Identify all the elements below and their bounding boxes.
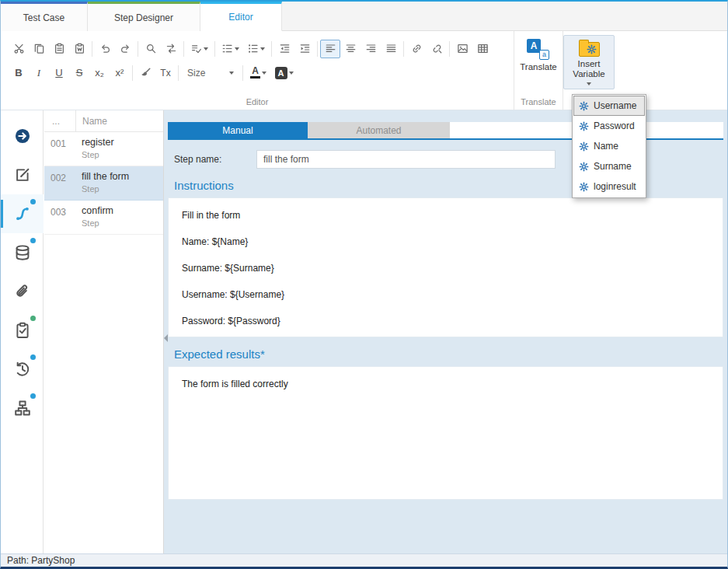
dropdown-caret-icon	[235, 47, 239, 51]
decrease-indent-button[interactable]	[274, 40, 294, 58]
instructions-line: Fill in the form	[182, 210, 709, 221]
link-button[interactable]	[406, 40, 427, 58]
history-icon	[14, 361, 31, 378]
expected-results-line: The form is filled correctly	[182, 379, 709, 389]
translate-group: A a Translate Translate	[514, 31, 563, 110]
toolbar-separator	[92, 41, 92, 57]
nav-sidebar	[1, 110, 44, 553]
unlink-button[interactable]	[427, 40, 447, 58]
italic-button[interactable]: I	[29, 64, 49, 82]
tab-editor[interactable]: Editor	[200, 2, 282, 31]
font-size-label: Size	[187, 68, 205, 79]
dropdown-caret-icon	[262, 72, 266, 75]
table-icon	[477, 43, 489, 54]
underline-button[interactable]: U	[49, 64, 69, 82]
translate-button[interactable]: A a Translate	[516, 35, 561, 76]
dropdown-caret-icon	[204, 47, 208, 51]
copy-button[interactable]	[29, 40, 49, 58]
sidebar-item-go[interactable]	[1, 117, 44, 155]
text-color-button[interactable]: A	[246, 64, 271, 82]
replace-button[interactable]	[161, 40, 181, 58]
tab-step-designer-label: Step Designer	[114, 12, 173, 23]
strikethrough-button[interactable]: S	[69, 64, 89, 82]
menu-item-label: Name	[594, 141, 618, 152]
redo-button[interactable]	[115, 40, 135, 58]
underline-label: U	[55, 67, 62, 79]
cut-button[interactable]	[9, 40, 29, 58]
menu-item-password[interactable]: Password	[573, 116, 645, 136]
menu-item-username[interactable]: Username	[573, 96, 645, 116]
step-cell: fill the form Step	[75, 166, 163, 200]
replace-icon	[165, 43, 177, 54]
superscript-button[interactable]: x²	[110, 64, 130, 82]
instructions-line: Password: ${Password}	[182, 316, 709, 326]
align-left-button[interactable]	[320, 40, 340, 58]
editor-toolbar-group: B I U S x₂ x² Tx Size A A Editor	[1, 31, 514, 110]
menu-item-loginresult[interactable]: loginresult	[573, 176, 645, 197]
instructions-editor[interactable]: Fill in the form Name: ${Name} Surname: …	[168, 197, 723, 337]
step-row-001[interactable]: 001 register Step	[44, 132, 163, 166]
tab-manual[interactable]: Manual	[168, 122, 308, 138]
align-center-button[interactable]	[340, 40, 361, 58]
paste-from-word-button[interactable]	[69, 40, 89, 58]
menu-item-name[interactable]: Name	[573, 136, 645, 156]
align-justify-button[interactable]	[381, 40, 401, 58]
bold-button[interactable]: B	[9, 64, 29, 82]
database-icon	[14, 244, 31, 261]
translate-icon: A a	[527, 39, 550, 60]
subscript-label: x₂	[95, 67, 104, 79]
sidebar-item-checklist[interactable]	[1, 311, 44, 350]
instructions-line: Name: ${Name}	[182, 236, 709, 247]
gear-icon	[579, 141, 589, 152]
paste-button[interactable]	[49, 40, 69, 58]
undo-button[interactable]	[95, 40, 115, 58]
sidebar-item-history[interactable]	[1, 350, 44, 389]
splitter-collapse-icon[interactable]	[164, 332, 171, 344]
table-button[interactable]	[472, 40, 493, 58]
instructions-line: Username: ${Username}	[182, 289, 709, 300]
step-name: confirm	[82, 205, 163, 216]
align-justify-icon	[385, 43, 397, 54]
sidebar-item-data[interactable]	[1, 233, 44, 272]
subscript-button[interactable]: x₂	[89, 64, 110, 82]
font-size-dropdown[interactable]: Size	[181, 64, 240, 82]
align-right-button[interactable]	[361, 40, 381, 58]
spell-check-button[interactable]	[186, 40, 212, 58]
redo-icon	[120, 43, 131, 54]
increase-indent-button[interactable]	[294, 40, 315, 58]
step-name-input[interactable]	[256, 150, 556, 169]
editor-group-label: Editor	[1, 97, 514, 106]
sidebar-item-edit[interactable]	[1, 155, 44, 194]
numbered-list-button[interactable]	[218, 40, 243, 58]
tab-automated[interactable]: Automated	[308, 122, 450, 138]
step-row-002[interactable]: 002 fill the form Step	[44, 166, 163, 201]
toolbar-separator	[183, 41, 184, 57]
sidebar-item-steps[interactable]	[1, 194, 44, 233]
step-name-label: Step name:	[174, 154, 256, 165]
format-painter-button[interactable]	[135, 64, 155, 82]
document-tabbar: Test Case Step Designer Editor	[1, 2, 727, 31]
tab-step-designer[interactable]: Step Designer	[88, 2, 200, 31]
edit-icon	[14, 166, 31, 183]
translate-group-label: Translate	[514, 97, 563, 106]
background-color-button[interactable]: A	[271, 64, 297, 82]
toolbar-row-2: B I U S x₂ x² Tx Size A A	[1, 61, 514, 85]
gear-icon	[579, 121, 589, 131]
column-header-name: Name	[75, 110, 163, 131]
steps-panel: ... Name 001 register Step 002 fill the …	[44, 110, 164, 553]
insert-variable-button[interactable]: Insert Variable	[563, 35, 615, 89]
image-button[interactable]	[452, 40, 472, 58]
step-cell: confirm Step	[75, 201, 163, 234]
sidebar-item-attachments[interactable]	[1, 272, 44, 311]
bulleted-list-button[interactable]	[243, 40, 269, 58]
find-icon	[145, 43, 157, 54]
sidebar-item-hierarchy[interactable]	[1, 389, 44, 428]
translate-button-label: Translate	[520, 62, 557, 72]
expected-results-editor[interactable]: The form is filled correctly	[168, 366, 723, 500]
menu-item-surname[interactable]: Surname	[573, 156, 645, 176]
find-button[interactable]	[141, 40, 161, 58]
step-row-003[interactable]: 003 confirm Step	[44, 201, 163, 235]
tab-test-case[interactable]: Test Case	[1, 2, 88, 31]
remove-format-button[interactable]: Tx	[155, 64, 176, 82]
unlink-icon	[431, 43, 443, 54]
